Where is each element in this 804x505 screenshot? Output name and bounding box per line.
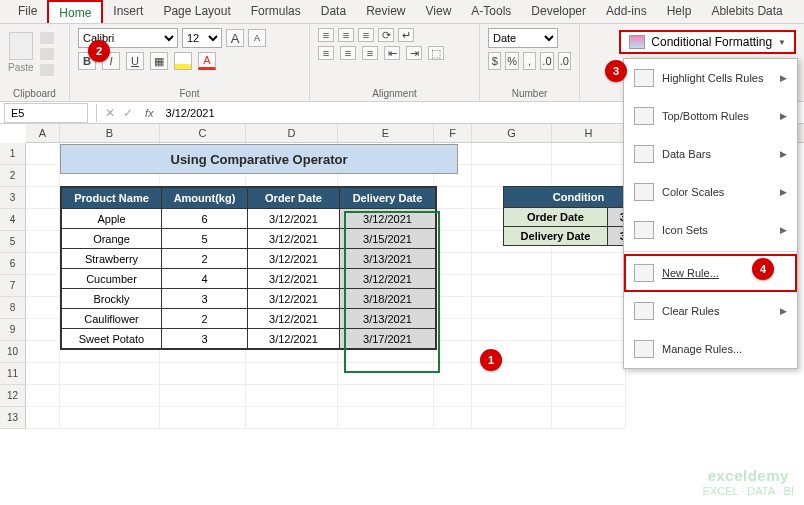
column-header-E[interactable]: E [338,124,434,142]
cell[interactable] [472,165,552,187]
cell[interactable] [472,385,552,407]
fx-icon[interactable]: fx [137,107,162,119]
cell[interactable] [552,341,626,363]
cell[interactable] [26,341,60,363]
tab-developer[interactable]: Developer [521,0,596,23]
row-header-3[interactable]: 3 [0,187,26,209]
tab-help[interactable]: Help [657,0,702,23]
cell[interactable] [26,385,60,407]
cell[interactable] [26,407,60,429]
name-box[interactable] [4,103,88,123]
tab-insert[interactable]: Insert [103,0,153,23]
column-header-D[interactable]: D [246,124,338,142]
align-middle-icon[interactable]: ≡ [338,28,354,42]
cell[interactable] [338,385,434,407]
row-header-9[interactable]: 9 [0,319,26,341]
cell[interactable] [26,319,60,341]
cell[interactable] [434,253,472,275]
cell[interactable] [26,143,60,165]
align-left-icon[interactable]: ≡ [318,46,334,60]
format-painter-icon[interactable] [40,64,54,76]
table-cell[interactable]: 3/12/2021 [248,269,340,289]
cell[interactable] [552,363,626,385]
increase-font-icon[interactable]: A [226,29,244,47]
font-color-button[interactable]: A [198,52,216,70]
table-cell[interactable]: 4 [162,269,248,289]
tab-ablebits[interactable]: Ablebits Data [701,0,792,23]
percent-icon[interactable]: % [505,52,518,70]
table-cell[interactable]: 3/12/2021 [248,209,340,229]
cell[interactable] [472,275,552,297]
underline-button[interactable]: U [126,52,144,70]
cell[interactable] [26,275,60,297]
table-cell[interactable]: 3/17/2021 [340,329,436,349]
cf-top-bottom-rules[interactable]: Top/Bottom Rules▶ [624,97,797,135]
cell[interactable] [472,319,552,341]
enter-icon[interactable]: ✓ [119,106,137,120]
column-header-C[interactable]: C [160,124,246,142]
cell[interactable] [26,209,60,231]
row-header-4[interactable]: 4 [0,209,26,231]
comma-icon[interactable]: , [523,52,536,70]
cell[interactable] [60,407,160,429]
column-header-A[interactable]: A [26,124,60,142]
cell[interactable] [434,187,472,209]
table-cell[interactable]: 3/12/2021 [248,309,340,329]
cell[interactable] [434,231,472,253]
decrease-decimal-icon[interactable]: .0 [558,52,571,70]
table-cell[interactable]: 3/13/2021 [340,249,436,269]
cell[interactable] [26,253,60,275]
table-cell[interactable]: Strawberry [62,249,162,269]
table-cell[interactable]: 3/13/2021 [340,309,436,329]
row-header-12[interactable]: 12 [0,385,26,407]
table-cell[interactable]: 2 [162,309,248,329]
table-cell[interactable]: 3/12/2021 [340,269,436,289]
table-cell[interactable]: 2 [162,249,248,269]
cell[interactable] [338,363,434,385]
cell[interactable] [434,275,472,297]
cut-icon[interactable] [40,32,54,44]
indent-inc-icon[interactable]: ⇥ [406,46,422,60]
wrap-text-icon[interactable]: ↵ [398,28,414,42]
tab-addins[interactable]: Add-ins [596,0,657,23]
cell[interactable] [434,363,472,385]
column-header-B[interactable]: B [60,124,160,142]
cell[interactable] [472,407,552,429]
cf-color-scales[interactable]: Color Scales▶ [624,173,797,211]
cf-icon-sets[interactable]: Icon Sets▶ [624,211,797,249]
cell[interactable] [472,297,552,319]
align-bottom-icon[interactable]: ≡ [358,28,374,42]
cell[interactable] [552,407,626,429]
row-header-2[interactable]: 2 [0,165,26,187]
cell[interactable] [246,363,338,385]
orientation-icon[interactable]: ⟳ [378,28,394,42]
tab-home[interactable]: Home [47,0,103,23]
cell[interactable] [434,385,472,407]
tab-view[interactable]: View [416,0,462,23]
cell[interactable] [434,341,472,363]
cf-highlight-cells-rules[interactable]: Highlight Cells Rules▶ [624,59,797,97]
cell[interactable] [160,363,246,385]
border-button[interactable]: ▦ [150,52,168,70]
cell[interactable] [472,253,552,275]
align-center-icon[interactable]: ≡ [340,46,356,60]
cell[interactable] [434,407,472,429]
cell[interactable] [26,165,60,187]
number-format-select[interactable]: Date [488,28,558,48]
cell[interactable] [434,209,472,231]
cell[interactable] [60,385,160,407]
cell[interactable] [246,385,338,407]
cell[interactable] [552,143,626,165]
row-header-6[interactable]: 6 [0,253,26,275]
cf-clear-rules[interactable]: Clear Rules▶ [624,292,797,330]
cell[interactable] [60,363,160,385]
cell[interactable] [160,407,246,429]
cell[interactable] [552,253,626,275]
cell[interactable] [552,297,626,319]
table-cell[interactable]: 3/12/2021 [248,289,340,309]
tab-page-layout[interactable]: Page Layout [153,0,240,23]
merge-icon[interactable]: ⬚ [428,46,444,60]
cell[interactable] [434,319,472,341]
cell[interactable] [26,297,60,319]
decrease-font-icon[interactable]: A [248,29,266,47]
